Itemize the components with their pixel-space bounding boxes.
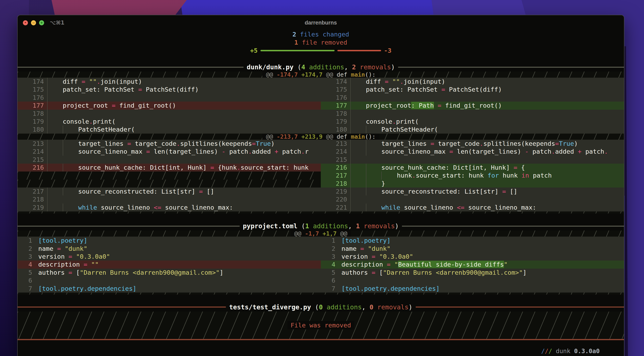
diffstat-removed-bar: [338, 50, 381, 51]
code-token: source_start: hunk: [416, 172, 488, 179]
app-name: dunk: [552, 347, 574, 354]
status-bar: /// dunk 0.3.0a0: [18, 347, 624, 355]
code-token: @@: [322, 71, 337, 78]
code-token: splitlines(keepends: [180, 140, 252, 147]
app-version: 0.3.0a0: [574, 347, 600, 354]
code-token: -174,7: [277, 71, 298, 78]
code-cell: 214source_lineno_max = len(target_lines)…: [321, 148, 624, 155]
header-rule: [402, 226, 624, 227]
code-token: [298, 71, 301, 78]
line-number: 176: [18, 94, 47, 102]
code-token: [tool.poetry]: [38, 237, 88, 244]
code-line: source_hunk_cache: Dict[int, Hunk] = {: [350, 164, 624, 171]
header-rule: [18, 306, 226, 307]
line-number: 2: [321, 245, 338, 253]
line-number: 7: [321, 285, 338, 293]
code-line: [47, 110, 321, 118]
code-token: -1,7: [305, 230, 319, 237]
header-rule: [398, 67, 624, 68]
code-line: [tool.poetry]: [36, 237, 321, 245]
code-token: True: [559, 140, 574, 147]
indent-guide: [366, 125, 382, 133]
code-token: <=: [457, 204, 464, 211]
code-token: .: [551, 148, 555, 155]
code-token: "": [91, 261, 98, 268]
code-cell: 4description = "Beautiful side-by-side d…: [321, 261, 624, 268]
code-cell: 177project_root: Path = find_git_root(): [321, 102, 624, 109]
indent-guide: [63, 125, 78, 133]
code-cell: 175patch_set: PatchSet = PatchSet(diff): [321, 86, 624, 93]
titlebar[interactable]: • − + ⌥⌘1 darrenburns: [18, 15, 624, 30]
code-token: project_root: [63, 102, 112, 109]
code-token: PatchSetHeader(: [78, 126, 135, 133]
code-token: additions: [323, 303, 362, 311]
code-token: join(input): [100, 78, 142, 85]
hatch-cap: [18, 293, 624, 295]
code-line: source_lineno_max = len(target_lines) - …: [47, 148, 321, 155]
diff-row: 216source_hunk_cache: Dict[int, Hunk] = …: [18, 164, 624, 171]
code-token: Beautiful side-by-side diffs: [398, 261, 504, 268]
code-token: def: [337, 133, 351, 140]
code-token: for: [488, 172, 499, 179]
code-token: @@: [266, 133, 276, 140]
code-token: source_lineno_max:: [161, 204, 233, 211]
hunk-header: @@ -1,7 +1,7 @@: [18, 231, 624, 237]
code-token: target_lines: [78, 140, 127, 147]
diff-row: 217hunk.source_start: hunk for hunk in p…: [18, 171, 624, 180]
code-line: [36, 277, 321, 284]
code-token: ]: [220, 269, 224, 276]
code-line: version = "0.3.0a0": [338, 253, 624, 261]
code-token: .: [400, 78, 404, 85]
diff-row: 180PatchSetHeader(180PatchSetHeader(: [18, 125, 624, 133]
code-token: 4: [301, 63, 305, 71]
code-token: print(: [93, 118, 116, 125]
code-token: [72, 253, 76, 260]
code-line: console.print(: [350, 118, 624, 125]
code-line: project_root = find_git_root(): [47, 102, 321, 109]
indent-guide: [350, 156, 366, 164]
code-token: added: [555, 148, 578, 155]
code-token: @@: [322, 133, 337, 140]
code-token: source_lineno_max: [381, 148, 449, 155]
code-line: diff = "".join(input): [47, 78, 321, 86]
code-token: patch: [529, 172, 552, 179]
code-cell: 221while source_lineno <= source_lineno_…: [321, 204, 624, 212]
indent-guide: [350, 180, 366, 188]
line-number: 178: [18, 110, 47, 118]
code-token: =: [555, 140, 559, 147]
code-token: patch: [582, 148, 604, 155]
indent-guide: [47, 156, 63, 164]
code-token: console: [366, 118, 392, 125]
code-line: source_reconstructed: List[str] = []: [350, 188, 624, 196]
code-token: .: [604, 148, 608, 155]
code-token: =: [146, 148, 150, 155]
code-token: ): [391, 63, 395, 71]
code-token: =: [57, 245, 61, 252]
code-token: "Darren Burns <darrenb900@gmail.com>": [383, 269, 523, 276]
code-token: =: [210, 164, 214, 171]
code-token: [319, 230, 322, 237]
code-token: [86, 78, 89, 85]
code-cell: 220: [321, 196, 624, 203]
indent-guide: [350, 164, 366, 171]
code-line: [47, 156, 321, 164]
indent-guide: [350, 118, 366, 125]
code-line: while source_lineno <= source_lineno_max…: [47, 204, 321, 212]
code-token: ():: [365, 133, 376, 140]
code-line: authors = ["Darren Burns <darrenb900@gma…: [36, 269, 321, 277]
code-token: ): [408, 303, 412, 311]
code-cell: 215: [321, 156, 624, 164]
code-line: source_lineno_max = len(target_lines) - …: [350, 148, 624, 155]
line-number: 6: [321, 277, 338, 284]
code-token: -213,7: [277, 133, 298, 140]
code-token: source_reconstructed: List[str]: [381, 188, 502, 195]
files-changed-label: files changed: [296, 31, 349, 38]
header-rule: [18, 226, 240, 227]
code-cell: 175patch_set: PatchSet = PatchSet(diff): [18, 86, 321, 93]
code-cell: 218: [18, 196, 321, 203]
file-header: tests/test_diverge.py (0 additions, 0 re…: [18, 303, 624, 312]
indent-guide: [63, 140, 78, 148]
code-token: =: [68, 269, 72, 276]
code-line: target_lines = target_code.splitlines(ke…: [350, 140, 624, 148]
diff-row: 1[tool.poetry]1[tool.poetry]: [18, 237, 624, 245]
